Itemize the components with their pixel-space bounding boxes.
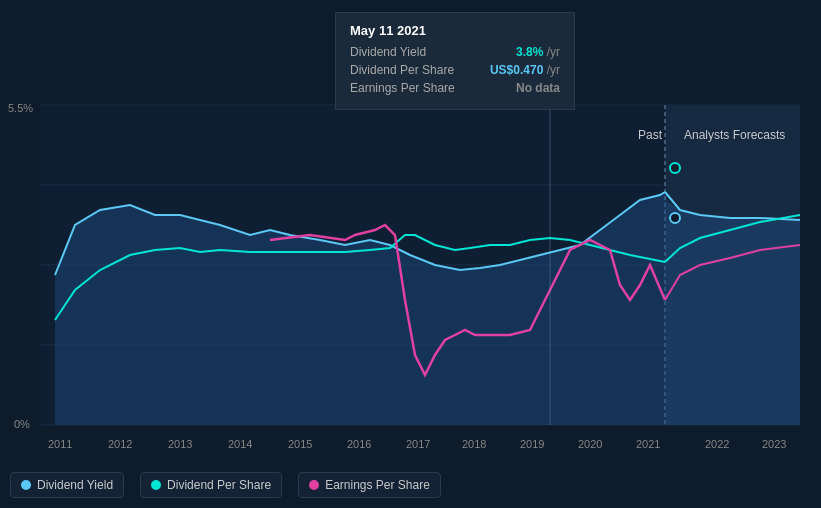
svg-point-9 — [670, 213, 680, 223]
tooltip-row-dps: Dividend Per Share US$0.470 /yr — [350, 63, 560, 77]
tooltip-dps-label: Dividend Per Share — [350, 63, 454, 77]
tooltip-yield-value: 3.8% /yr — [516, 45, 560, 59]
legend-dot-dps — [151, 480, 161, 490]
x-label-2015: 2015 — [288, 438, 312, 450]
tooltip-eps-value: No data — [516, 81, 560, 95]
tooltip-row-yield: Dividend Yield 3.8% /yr — [350, 45, 560, 59]
tooltip-row-eps: Earnings Per Share No data — [350, 81, 560, 95]
svg-point-10 — [670, 163, 680, 173]
past-label: Past — [638, 128, 662, 142]
x-label-2019: 2019 — [520, 438, 544, 450]
x-label-2016: 2016 — [347, 438, 371, 450]
legend-dot-yield — [21, 480, 31, 490]
legend-item-eps[interactable]: Earnings Per Share — [298, 472, 441, 498]
x-label-2023: 2023 — [762, 438, 786, 450]
tooltip-date: May 11 2021 — [350, 23, 560, 38]
y-axis-top: 5.5% — [8, 102, 33, 114]
legend-item-yield[interactable]: Dividend Yield — [10, 472, 124, 498]
tooltip: May 11 2021 Dividend Yield 3.8% /yr Divi… — [335, 12, 575, 110]
x-label-2021: 2021 — [636, 438, 660, 450]
legend-item-dps[interactable]: Dividend Per Share — [140, 472, 282, 498]
analysts-forecasts-label: Analysts Forecasts — [684, 128, 785, 142]
x-label-2017: 2017 — [406, 438, 430, 450]
x-label-2020: 2020 — [578, 438, 602, 450]
tooltip-dps-value: US$0.470 /yr — [490, 63, 560, 77]
x-label-2018: 2018 — [462, 438, 486, 450]
x-label-2014: 2014 — [228, 438, 252, 450]
legend-label-eps: Earnings Per Share — [325, 478, 430, 492]
tooltip-yield-label: Dividend Yield — [350, 45, 426, 59]
y-axis-bottom: 0% — [14, 418, 30, 430]
legend-label-dps: Dividend Per Share — [167, 478, 271, 492]
legend: Dividend Yield Dividend Per Share Earnin… — [10, 472, 441, 498]
chart-container: 5.5% 0% 2011 2012 2013 2014 2015 2016 20… — [0, 0, 821, 508]
tooltip-eps-label: Earnings Per Share — [350, 81, 455, 95]
x-label-2012: 2012 — [108, 438, 132, 450]
x-label-2011: 2011 — [48, 438, 72, 450]
x-label-2022: 2022 — [705, 438, 729, 450]
x-label-2013: 2013 — [168, 438, 192, 450]
legend-dot-eps — [309, 480, 319, 490]
legend-label-yield: Dividend Yield — [37, 478, 113, 492]
